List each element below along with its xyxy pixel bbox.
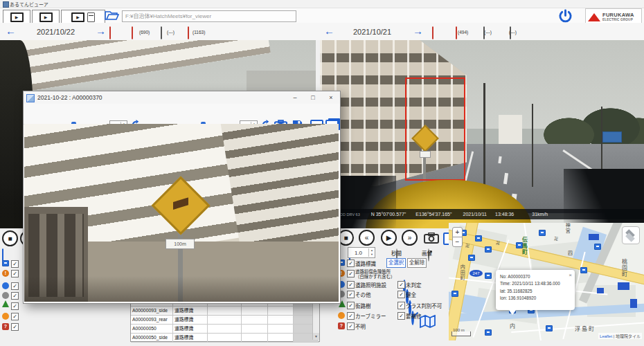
leaflet-link[interactable]: Leaflet bbox=[600, 334, 612, 338]
left-category-checkbox[interactable]: ✓ bbox=[11, 282, 19, 290]
map-label-ukishima: 浮島町 bbox=[575, 327, 596, 332]
category-checkbox[interactable]: ✓ bbox=[347, 281, 355, 289]
status-checkbox[interactable]: ✓ bbox=[397, 312, 405, 320]
map-building bbox=[589, 234, 599, 240]
category-checkbox[interactable]: ✓ bbox=[347, 312, 355, 320]
detail-popup-window[interactable]: 2021-10-22 : A00000370 – □ × 明るさ 1▲▼ コント… bbox=[23, 91, 341, 304]
open-folder-icon[interactable] bbox=[105, 10, 119, 21]
windshield-corner-right bbox=[564, 169, 644, 228]
table-row[interactable]: A00000050_side道路標識 bbox=[131, 334, 319, 343]
map-zoom-out-button[interactable]: − bbox=[452, 237, 463, 247]
map-zoom-in-button[interactable]: + bbox=[452, 227, 463, 237]
map-sign-marker[interactable] bbox=[475, 235, 482, 242]
map-sign-marker[interactable] bbox=[468, 255, 475, 261]
table-row[interactable]: A00000093_side道路標識 bbox=[131, 307, 319, 316]
map-sign-marker[interactable] bbox=[451, 291, 458, 297]
overlay-date: 2021/10/11 bbox=[463, 212, 488, 217]
status-checkbox[interactable]: ✓ bbox=[397, 302, 405, 309]
map-sign-marker[interactable] bbox=[485, 273, 492, 279]
view-mode-monitor-report-button[interactable]: ▶ bbox=[61, 10, 105, 24]
category-checkbox[interactable]: ✓ bbox=[347, 291, 355, 298]
left-category-checkbox[interactable]: ✓ bbox=[11, 323, 19, 331]
damage-category-icon: ! bbox=[2, 270, 9, 277]
temple-mark: 卍 bbox=[554, 237, 558, 241]
image-vignette bbox=[24, 276, 339, 302]
map-toggle-button[interactable] bbox=[420, 315, 436, 329]
left-category-checkbox[interactable]: ✓ bbox=[11, 302, 19, 310]
left-master-checkbox[interactable]: ✓ bbox=[11, 260, 19, 268]
right-count-2: (---) bbox=[484, 30, 492, 35]
map-label-momozono: 桃園町 bbox=[620, 259, 626, 277]
playback-speed-spinner[interactable]: 1.0 ▲▼ bbox=[348, 247, 375, 258]
left-next-date-button[interactable]: → bbox=[96, 26, 106, 36]
power-button[interactable] bbox=[558, 9, 573, 24]
map-sign-marker[interactable] bbox=[594, 244, 601, 250]
popup-close-button[interactable]: × bbox=[322, 91, 340, 104]
category-checkbox[interactable]: ✓ bbox=[347, 270, 355, 277]
temple-mark: 卍 bbox=[465, 244, 469, 248]
select-all-button[interactable]: 全選択 bbox=[386, 258, 406, 268]
status-checkbox[interactable]: ✓ bbox=[397, 281, 405, 289]
popup-title-bar[interactable]: 2021-10-22 : A00000370 – □ × bbox=[24, 91, 340, 104]
map-sign-marker[interactable] bbox=[485, 246, 492, 253]
left-category-checkbox[interactable]: ✓ bbox=[11, 292, 19, 300]
popup-minimize-button[interactable]: – bbox=[286, 91, 304, 104]
view-mode-dual-button[interactable]: ▶ bbox=[32, 10, 60, 24]
right-video-panel[interactable]: KENWOOD DRV 63 N 35°07'00.577" E136°54'3… bbox=[320, 40, 644, 228]
left-category-checkbox[interactable]: ✓ bbox=[11, 313, 19, 320]
table-row[interactable]: A00000093_rear道路標識 bbox=[131, 316, 319, 325]
scroll-down-arrow[interactable]: ▼ bbox=[313, 333, 319, 340]
left-prev-date-button[interactable]: ← bbox=[6, 26, 16, 36]
map-popup-lon: lon: 136.91048920 bbox=[500, 295, 571, 302]
table-scrollbar[interactable]: ▼ bbox=[312, 298, 319, 340]
map-info-popup: × No: A00000370 Time: 2021/10/11 13:48:3… bbox=[496, 270, 575, 310]
monitor-play-icon: ▶ bbox=[71, 12, 84, 22]
spinner-arrows-icon[interactable]: ▲▼ bbox=[368, 248, 375, 257]
map-sign-marker[interactable] bbox=[580, 267, 587, 273]
left-report-icon[interactable] bbox=[109, 26, 111, 39]
unknown-category-icon: ? bbox=[2, 323, 9, 330]
category-checkbox[interactable]: ✓ bbox=[347, 322, 355, 330]
app-window: あるてんビューア ▶ ▶ ▶ F:¥自治体¥HatchMeets¥for_vie… bbox=[0, 0, 644, 346]
folder-path-input[interactable]: F:¥自治体¥HatchMeets¥for_viewer bbox=[122, 10, 296, 22]
rewind-button[interactable]: « bbox=[359, 230, 375, 246]
popup-maximize-button[interactable]: □ bbox=[304, 91, 322, 104]
left-detections-icon bbox=[132, 26, 133, 39]
popup-title: 2021-10-22 : A00000370 bbox=[37, 94, 102, 101]
deselect-all-button[interactable]: 全解除 bbox=[407, 258, 427, 268]
sign-marker-icon bbox=[2, 260, 9, 266]
left-count-2: (---) bbox=[167, 30, 175, 35]
furukawa-mark-icon bbox=[588, 13, 600, 21]
map-label-denma: 伝馬町 bbox=[521, 237, 526, 255]
right-detections-icon bbox=[456, 26, 457, 39]
map-popup-pointer bbox=[508, 309, 517, 315]
popup-image[interactable]: 100m bbox=[24, 124, 339, 302]
fast-forward-button[interactable]: » bbox=[402, 230, 418, 246]
category-checkbox[interactable]: ✓ bbox=[347, 302, 355, 309]
right-next-date-button[interactable]: → bbox=[413, 26, 423, 36]
map-sign-marker[interactable] bbox=[539, 230, 546, 236]
left-category-checkbox[interactable]: ✓ bbox=[11, 270, 19, 277]
master-filter-checkbox[interactable]: ✓ bbox=[347, 260, 355, 267]
blue-road-sign bbox=[602, 131, 622, 143]
map-building bbox=[630, 299, 637, 308]
image-window-icon bbox=[26, 94, 35, 102]
lighting-category-icon bbox=[2, 282, 9, 289]
map-popup-close[interactable]: × bbox=[569, 271, 572, 280]
map-panel[interactable]: 卍 卍 卍 伝馬町 神宮 四 内田町 桃園町 浮島町 内 247 × No: A… bbox=[449, 223, 644, 340]
play-button[interactable]: ▶ bbox=[381, 230, 397, 246]
map-layers-button[interactable] bbox=[622, 226, 640, 244]
brand-line1: FURUKAWA bbox=[602, 12, 634, 18]
table-row[interactable]: A00000050道路標識 bbox=[131, 325, 319, 334]
stop-button[interactable]: ■ bbox=[2, 230, 18, 246]
status-checkbox[interactable]: ✓ bbox=[397, 291, 405, 298]
map-sign-marker[interactable] bbox=[546, 325, 553, 331]
right-prev-date-button[interactable]: ← bbox=[324, 26, 334, 36]
map-label-uchi: 内 bbox=[510, 324, 515, 329]
temple-mark: 卍 bbox=[496, 241, 500, 245]
map-sign-marker[interactable] bbox=[485, 329, 492, 336]
right-report-icon[interactable] bbox=[432, 26, 433, 39]
detection-annotation-box bbox=[405, 78, 465, 181]
view-mode-single-button[interactable]: ▶ bbox=[3, 10, 30, 24]
snapshot-camera-button[interactable] bbox=[424, 233, 439, 244]
